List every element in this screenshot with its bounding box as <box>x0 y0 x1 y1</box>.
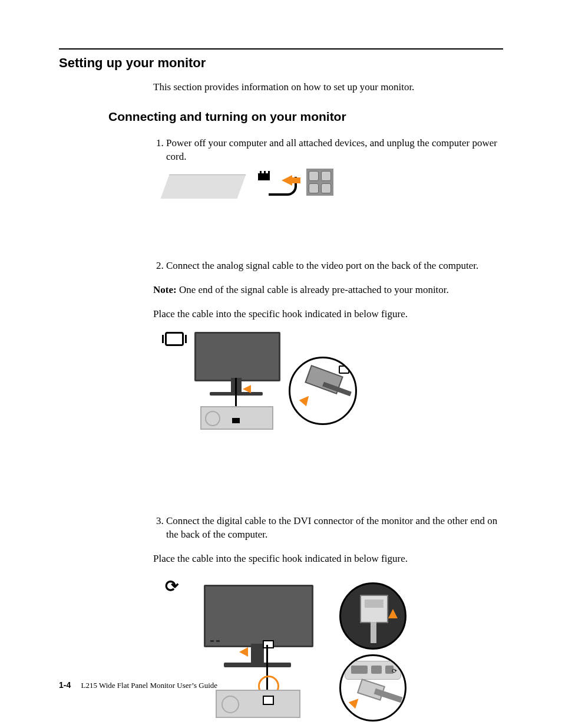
note-line: Note: One end of the signal cable is alr… <box>153 283 503 298</box>
monitor-back-icon <box>194 332 280 381</box>
socket-icon <box>309 171 319 181</box>
rule <box>59 48 503 50</box>
footer-title: L215 Wide Flat Panel Monitor User’s Guid… <box>81 681 217 690</box>
hook-instruction: Place the cable into the specific hook i… <box>153 552 503 566</box>
socket-icon <box>321 171 331 181</box>
step-2: Connect the analog signal cable to the v… <box>166 259 500 273</box>
step-3: Connect the digital cable to the DVI con… <box>166 515 500 542</box>
figure-analog-cable <box>165 332 353 438</box>
arrow-left-icon <box>243 385 251 393</box>
socket-icon <box>309 183 319 193</box>
hook-instruction: Place the cable into the specific hook i… <box>153 307 503 322</box>
step-list: Connect the digital cable to the DVI con… <box>153 515 503 542</box>
arrow-left-icon <box>239 647 248 657</box>
heading-setting-up: Setting up your monitor <box>59 55 503 71</box>
dvi-connector-icon <box>360 595 388 623</box>
monitor-base-icon <box>224 663 291 667</box>
page-number: 1-4 <box>59 680 71 690</box>
heading-connecting: Connecting and turning on your monitor <box>108 110 503 124</box>
page: Setting up your monitor This section pro… <box>0 0 562 728</box>
port-icon <box>351 666 368 674</box>
step-1: Power off your computer and all attached… <box>166 137 500 164</box>
step-list: Power off your computer and all attached… <box>153 137 503 164</box>
plug-icon <box>258 173 270 180</box>
vga-mini-icon <box>339 365 349 374</box>
arrow-up-icon <box>388 609 398 618</box>
arrow-icon <box>299 393 313 407</box>
note-text: One end of the signal cable is already p… <box>179 284 449 295</box>
monitor-stand-icon <box>251 644 264 664</box>
figure-unplug <box>165 169 342 204</box>
step-list: Connect the analog signal cable to the v… <box>153 259 503 273</box>
vga-icon <box>165 332 184 346</box>
dvi-mini-icon: ⟳ <box>392 667 397 675</box>
plug-end-icon <box>232 418 240 423</box>
page-footer: 1-4 L215 Wide Flat Panel Monitor User’s … <box>59 680 217 690</box>
note-label: Note: <box>153 284 177 295</box>
io-panel-icon: ⟳ <box>345 661 401 680</box>
plug-top-icon <box>263 640 274 648</box>
socket-icon <box>321 183 331 193</box>
computer-base-icon <box>161 174 246 199</box>
zoom-circle-icon <box>289 357 357 425</box>
cable-icon <box>371 622 376 643</box>
intro-text: This section provides information on how… <box>153 81 503 93</box>
cable-icon <box>374 688 403 702</box>
figure-dvi-cable: ⟳ ⟳ <box>165 577 418 718</box>
zoom-circle-dark-icon <box>339 582 406 650</box>
connector-icon <box>357 678 385 701</box>
computer-tower-icon <box>216 690 300 718</box>
plug-bottom-icon <box>263 696 274 705</box>
zoom-circle-icon: ⟳ <box>339 654 406 722</box>
monitor-back-icon <box>204 585 313 647</box>
arrow-left-icon <box>282 175 292 186</box>
arrow-icon <box>349 695 362 709</box>
dvi-icon: ⟳ <box>165 577 178 596</box>
port-icon <box>371 666 382 674</box>
wall-outlet-icon <box>306 169 333 196</box>
